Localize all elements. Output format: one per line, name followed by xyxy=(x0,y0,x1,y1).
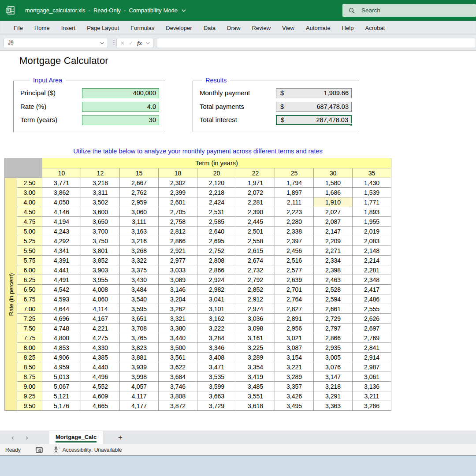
payment-cell[interactable]: 2,769 xyxy=(353,333,391,343)
payment-cell[interactable]: 3,354 xyxy=(236,362,275,372)
term-axis-header[interactable]: Term (in years) xyxy=(42,158,391,168)
payment-cell[interactable]: 2,280 xyxy=(275,217,314,227)
payment-cell[interactable]: 2,214 xyxy=(353,256,391,265)
payment-cell[interactable]: 2,729 xyxy=(314,314,353,324)
total-payments-cell[interactable]: $ 687,478.03 xyxy=(276,102,352,112)
ribbon-tab-file[interactable]: File xyxy=(8,21,29,35)
payment-cell[interactable]: 1,794 xyxy=(275,178,314,188)
payment-cell[interactable]: 2,852 xyxy=(236,285,275,294)
payment-cell[interactable]: 3,440 xyxy=(159,333,197,343)
payment-cell[interactable]: 3,622 xyxy=(159,362,197,372)
payment-cell[interactable]: 3,225 xyxy=(236,343,275,353)
payment-cell[interactable]: 3,535 xyxy=(197,372,236,382)
term-input[interactable]: 30 xyxy=(82,115,159,125)
payment-cell[interactable]: 4,748 xyxy=(42,324,81,333)
payment-cell[interactable]: 4,050 xyxy=(42,197,81,207)
payment-cell[interactable]: 3,161 xyxy=(236,333,275,343)
payment-cell[interactable]: 4,552 xyxy=(81,382,120,391)
payment-cell[interactable]: 2,445 xyxy=(236,217,275,227)
payment-cell[interactable]: 1,955 xyxy=(353,217,391,227)
payment-cell[interactable]: 3,375 xyxy=(120,265,159,275)
payment-cell[interactable]: 2,531 xyxy=(197,207,236,217)
payment-cell[interactable]: 4,177 xyxy=(120,401,159,411)
payment-cell[interactable]: 3,218 xyxy=(81,178,120,188)
rate-row-header[interactable]: 8.75 xyxy=(17,372,42,382)
payment-cell[interactable]: 3,485 xyxy=(236,382,275,391)
payment-cell[interactable]: 2,982 xyxy=(197,285,236,294)
rate-row-header[interactable]: 7.75 xyxy=(17,333,42,343)
payment-cell[interactable]: 2,302 xyxy=(159,178,197,188)
formula-bar-splitter[interactable]: ⋮ xyxy=(111,39,116,45)
payment-cell[interactable]: 2,891 xyxy=(275,314,314,324)
payment-cell[interactable]: 3,495 xyxy=(275,401,314,411)
chevron-down-icon[interactable] xyxy=(100,42,104,45)
payment-cell[interactable]: 3,163 xyxy=(120,227,159,236)
payment-cell[interactable]: 3,419 xyxy=(236,372,275,382)
payment-cell[interactable]: 2,661 xyxy=(314,304,353,314)
payment-cell[interactable]: 3,268 xyxy=(120,246,159,256)
payment-cell[interactable]: 4,542 xyxy=(42,285,81,294)
payment-cell[interactable]: 4,665 xyxy=(81,401,120,411)
ribbon-tab-help[interactable]: Help xyxy=(336,21,360,35)
total-interest-cell-selected[interactable]: $ 287,478.03 xyxy=(276,115,352,125)
payment-cell[interactable]: 3,286 xyxy=(353,401,391,411)
rate-row-header[interactable]: 9.00 xyxy=(17,382,42,391)
payment-cell[interactable]: 3,426 xyxy=(275,391,314,401)
payment-cell[interactable]: 5,121 xyxy=(42,391,81,401)
rate-row-header[interactable]: 5.50 xyxy=(17,246,42,256)
payment-cell[interactable]: 2,516 xyxy=(275,256,314,265)
payment-cell[interactable]: 2,959 xyxy=(120,197,159,207)
payment-cell[interactable]: 3,380 xyxy=(159,324,197,333)
payment-cell[interactable]: 4,853 xyxy=(42,343,81,353)
payment-cell[interactable]: 2,463 xyxy=(314,275,353,285)
payment-cell[interactable]: 2,083 xyxy=(353,236,391,246)
payment-cell[interactable]: 3,036 xyxy=(236,314,275,324)
payment-cell[interactable]: 2,399 xyxy=(159,188,197,197)
payment-cell[interactable]: 4,385 xyxy=(81,353,120,362)
payment-cell[interactable]: 2,271 xyxy=(314,246,353,256)
rate-row-header[interactable]: 8.25 xyxy=(17,353,42,362)
payment-cell[interactable]: 2,812 xyxy=(159,227,197,236)
payment-cell[interactable]: 4,391 xyxy=(42,256,81,265)
payment-cell[interactable]: 3,561 xyxy=(159,353,197,362)
payment-cell[interactable]: 2,456 xyxy=(275,246,314,256)
rate-row-header[interactable]: 3.00 xyxy=(17,188,42,197)
rate-row-header[interactable]: 6.00 xyxy=(17,265,42,275)
rate-row-header[interactable]: 7.50 xyxy=(17,324,42,333)
payment-cell[interactable]: 3,408 xyxy=(197,353,236,362)
payment-cell[interactable]: 3,146 xyxy=(159,285,197,294)
payment-cell[interactable]: 3,540 xyxy=(120,294,159,304)
payment-cell[interactable]: 2,987 xyxy=(353,362,391,372)
payment-cell[interactable]: 3,823 xyxy=(120,343,159,353)
payment-cell[interactable]: 3,650 xyxy=(81,217,120,227)
payment-cell[interactable]: 3,005 xyxy=(314,353,353,362)
payment-cell[interactable]: 2,808 xyxy=(197,256,236,265)
payment-cell[interactable]: 2,758 xyxy=(159,217,197,227)
payment-cell[interactable]: 3,357 xyxy=(275,382,314,391)
ribbon-tab-home[interactable]: Home xyxy=(29,21,56,35)
payment-cell[interactable]: 2,601 xyxy=(159,197,197,207)
payment-cell[interactable]: 5,067 xyxy=(42,382,81,391)
payment-cell[interactable]: 4,906 xyxy=(42,353,81,362)
payment-cell[interactable]: 2,924 xyxy=(197,275,236,285)
payment-cell[interactable]: 3,663 xyxy=(197,391,236,401)
payment-cell[interactable]: 2,501 xyxy=(236,227,275,236)
fill-handle[interactable] xyxy=(350,123,353,126)
payment-cell[interactable]: 2,585 xyxy=(197,217,236,227)
rate-row-header[interactable]: 8.00 xyxy=(17,343,42,353)
term-column-header[interactable]: 10 xyxy=(42,168,81,178)
payment-cell[interactable]: 3,162 xyxy=(197,314,236,324)
payment-cell[interactable]: 3,484 xyxy=(120,285,159,294)
payment-cell[interactable]: 2,956 xyxy=(275,324,314,333)
payment-cell[interactable]: 2,486 xyxy=(353,294,391,304)
payment-cell[interactable]: 2,398 xyxy=(314,265,353,275)
formula-input[interactable] xyxy=(157,38,476,48)
payment-cell[interactable]: 4,341 xyxy=(42,246,81,256)
payment-cell[interactable]: 3,021 xyxy=(275,333,314,343)
ribbon-tab-formulas[interactable]: Formulas xyxy=(125,21,160,35)
payment-cell[interactable]: 3,862 xyxy=(42,188,81,197)
payment-cell[interactable]: 4,167 xyxy=(81,314,120,324)
payment-cell[interactable]: 4,491 xyxy=(42,275,81,285)
rate-row-header[interactable]: 6.50 xyxy=(17,285,42,294)
payment-cell[interactable]: 2,935 xyxy=(314,343,353,353)
